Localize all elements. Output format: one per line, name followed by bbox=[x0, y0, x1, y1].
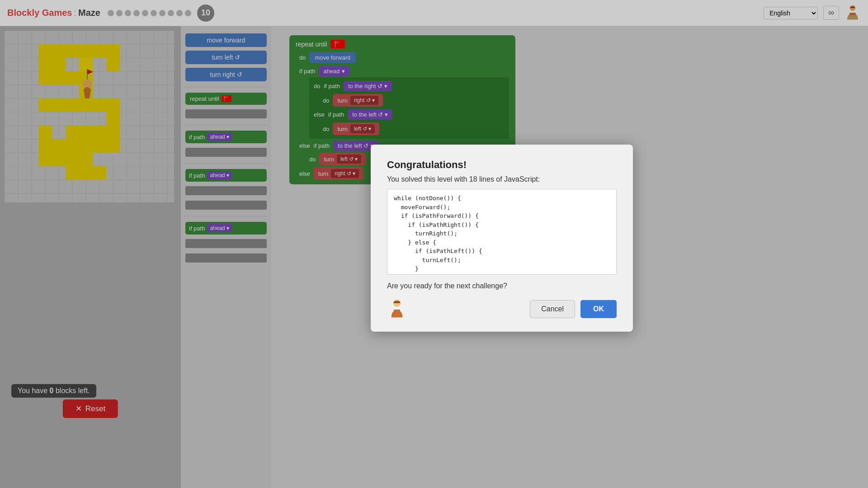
dialog-buttons: Cancel OK bbox=[530, 300, 617, 318]
dialog-subtitle: You solved this level with 18 lines of J… bbox=[387, 175, 617, 183]
svg-rect-29 bbox=[394, 310, 400, 313]
dialog-footer: Cancel OK bbox=[387, 299, 617, 319]
ok-button[interactable]: OK bbox=[580, 300, 617, 318]
cancel-button[interactable]: Cancel bbox=[530, 300, 575, 318]
character-icon bbox=[387, 299, 407, 319]
code-display[interactable]: while (notDone()) { moveForward(); if (i… bbox=[387, 189, 617, 275]
dialog-title: Congratulations! bbox=[387, 159, 617, 171]
challenge-text: Are you ready for the next challenge? bbox=[387, 282, 617, 290]
congratulations-dialog: Congratulations! You solved this level w… bbox=[371, 145, 633, 332]
dialog-overlay: Congratulations! You solved this level w… bbox=[0, 0, 868, 488]
